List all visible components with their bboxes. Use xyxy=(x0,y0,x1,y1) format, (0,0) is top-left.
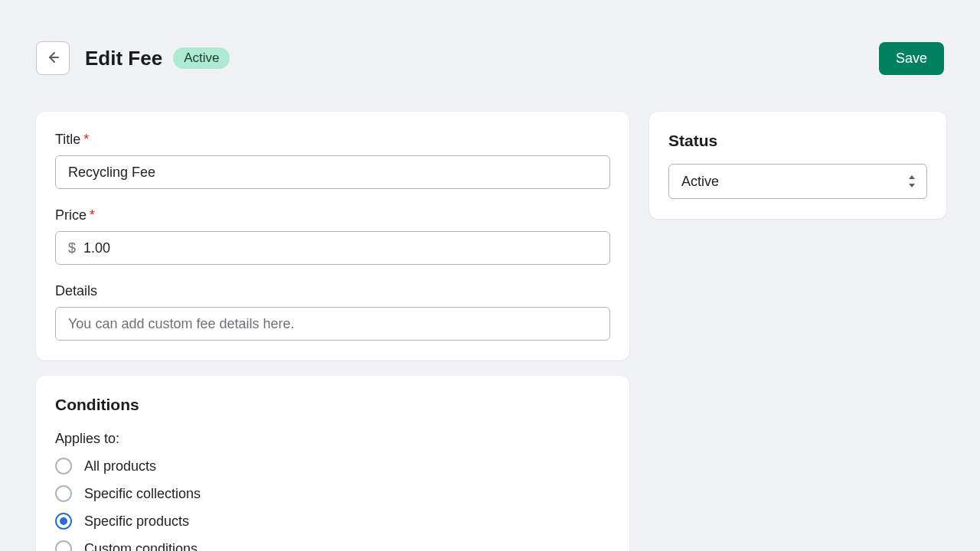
arrow-left-icon xyxy=(45,50,60,67)
radio-custom-conditions[interactable]: Custom conditions xyxy=(55,540,610,551)
radio-label: All products xyxy=(84,458,156,474)
status-heading: Status xyxy=(668,132,927,150)
currency-prefix: $ xyxy=(68,240,76,256)
status-card: Status Active xyxy=(649,112,946,219)
conditions-heading: Conditions xyxy=(55,396,610,414)
applies-to-label: Applies to: xyxy=(55,431,610,447)
title-label: Title* xyxy=(55,132,610,148)
radio-label: Specific products xyxy=(84,514,189,530)
radio-icon xyxy=(55,513,72,530)
back-button[interactable] xyxy=(36,41,70,75)
price-input[interactable] xyxy=(83,240,597,256)
required-mark: * xyxy=(90,207,95,223)
price-input-wrap[interactable]: $ xyxy=(55,231,610,265)
save-button[interactable]: Save xyxy=(879,42,944,75)
radio-specific-products[interactable]: Specific products xyxy=(55,513,610,530)
radio-label: Specific collections xyxy=(84,486,201,502)
radio-icon xyxy=(55,458,72,474)
status-select-value: Active xyxy=(681,174,719,190)
radio-icon xyxy=(55,485,72,502)
radio-group: All products Specific collections Specif… xyxy=(55,458,610,551)
details-input[interactable] xyxy=(55,307,610,341)
price-label: Price* xyxy=(55,207,610,223)
conditions-card: Conditions Applies to: All products Spec… xyxy=(36,376,629,551)
status-select[interactable]: Active xyxy=(668,164,927,199)
title-input[interactable] xyxy=(55,155,610,189)
fee-details-card: Title* Price* $ Details xyxy=(36,112,629,360)
required-mark: * xyxy=(83,132,89,147)
radio-specific-collections[interactable]: Specific collections xyxy=(55,485,610,502)
status-badge: Active xyxy=(173,47,230,69)
page-title: Edit Fee xyxy=(85,47,162,70)
page-header: Edit Fee Active Save xyxy=(36,41,944,75)
details-label: Details xyxy=(55,283,610,299)
radio-all-products[interactable]: All products xyxy=(55,458,610,474)
radio-icon xyxy=(55,540,72,551)
radio-label: Custom conditions xyxy=(84,541,198,552)
